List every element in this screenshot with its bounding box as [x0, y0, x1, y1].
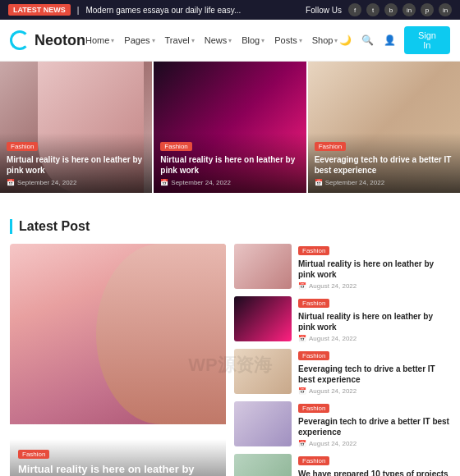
hero-title: Eeveraging tech to drive a better IT bes… — [315, 154, 453, 176]
side-title: Eeveraging tech to drive a better IT bes… — [298, 364, 450, 385]
chevron-down-icon: ▾ — [299, 37, 302, 44]
calendar-icon: 📅 — [298, 335, 306, 342]
category-badge: Fashion — [298, 299, 329, 308]
follow-label: Follow Us — [306, 6, 342, 15]
search-icon[interactable]: 🔍 — [360, 32, 375, 48]
ticker-badge: LATEST NEWS — [8, 4, 71, 16]
side-thumbnail — [234, 401, 292, 446]
side-title: Nirtual reality is here on leather by pi… — [298, 311, 450, 332]
calendar-icon: 📅 — [315, 179, 323, 186]
user-icon[interactable]: 👤 — [382, 32, 398, 48]
side-date: 📅 August 24, 2022 — [298, 440, 450, 447]
latest-grid: Fashion Mirtual reality is here on leath… — [10, 244, 450, 476]
nav-home[interactable]: Home ▾ — [85, 35, 114, 45]
site-header: Neoton Home ▾ Pages ▾ Travel ▾ News ▾ Bl… — [0, 20, 460, 62]
ticker-separator: | — [77, 6, 80, 15]
nav-shop[interactable]: Shop ▾ — [312, 35, 338, 45]
side-date: 📅 August 24, 2022 — [298, 335, 450, 342]
side-date: 📅 August 24, 2022 — [298, 387, 450, 395]
calendar-icon: 📅 — [7, 179, 15, 186]
nav-pages[interactable]: Pages ▾ — [124, 35, 154, 45]
pinterest-icon[interactable]: p — [421, 3, 434, 16]
hero-card-3[interactable]: Fashion Eeveraging tech to drive a bette… — [308, 62, 460, 193]
hero-card-1[interactable]: Fashion Mirtual reality is here on leath… — [0, 62, 152, 193]
calendar-icon: 📅 — [298, 440, 306, 447]
twitter-icon[interactable]: t — [366, 3, 380, 16]
news-ticker: LATEST NEWS | Modern games essaya our da… — [0, 0, 460, 20]
latest-post-section: Latest Post Fashion Mirtual reality is h… — [0, 209, 460, 476]
chevron-down-icon: ▾ — [261, 37, 264, 44]
featured-title: Mirtual reality is here on leather by pi… — [18, 462, 218, 476]
nav-posts[interactable]: Posts ▾ — [274, 35, 302, 45]
calendar-icon: 📅 — [298, 282, 306, 290]
logo-icon — [10, 30, 30, 50]
dark-mode-icon[interactable]: 🌙 — [338, 32, 353, 48]
ticker-text: Modern games essaya our daily life easy.… — [85, 6, 241, 15]
hero-date: 📅 September 24, 2022 — [160, 179, 299, 186]
list-item[interactable]: Fashion We have prepared 10 types of pro… — [234, 454, 450, 476]
side-title: Mirtual reality is here on leather by pi… — [298, 259, 450, 280]
hero-date: 📅 September 24, 2022 — [7, 179, 145, 186]
category-badge: Fashion — [18, 450, 49, 459]
calendar-icon: 📅 — [298, 387, 306, 395]
site-logo[interactable]: Neoton — [10, 30, 85, 50]
nav-blog[interactable]: Blog ▾ — [242, 35, 264, 45]
list-item[interactable]: Fashion Peveragin tech to drive a better… — [234, 401, 450, 447]
category-badge: Fashion — [298, 351, 329, 360]
category-badge: Fashion — [298, 246, 329, 255]
category-badge: Fashion — [298, 456, 329, 465]
blogger-icon[interactable]: b — [384, 3, 398, 16]
nav-travel[interactable]: Travel ▾ — [165, 35, 195, 45]
hero-date: 📅 September 24, 2022 — [315, 179, 453, 186]
side-list: Fashion Mirtual reality is here on leath… — [234, 244, 450, 476]
hero-card-2[interactable]: Fashion Nirtual reality is here on leath… — [154, 62, 306, 193]
chevron-down-icon: ▾ — [228, 37, 232, 44]
side-thumbnail — [234, 296, 292, 341]
hero-grid: Fashion Mirtual reality is here on leath… — [0, 62, 460, 193]
side-title: Peveragin tech to drive a better IT best… — [298, 416, 450, 437]
category-badge: Fashion — [7, 142, 38, 151]
hero-title: Nirtual reality is here on leather by pi… — [160, 154, 299, 176]
linkedin-icon[interactable]: in — [402, 3, 416, 16]
chevron-down-icon: ▾ — [152, 37, 155, 44]
category-badge: Fashion — [298, 404, 329, 413]
main-nav: Home ▾ Pages ▾ Travel ▾ News ▾ Blog ▾ Po… — [85, 35, 338, 45]
side-thumbnail — [234, 454, 292, 476]
header-actions: 🌙 🔍 👤 Sign In — [338, 26, 450, 54]
side-thumbnail — [234, 244, 292, 289]
sign-in-button[interactable]: Sign In — [404, 26, 450, 54]
side-title: We have prepared 10 types of projects wi… — [298, 469, 450, 476]
calendar-icon: 📅 — [160, 179, 168, 186]
facebook-icon[interactable]: f — [348, 3, 361, 16]
chevron-down-icon: ▾ — [111, 37, 114, 44]
list-item[interactable]: Fashion Nirtual reality is here on leath… — [234, 296, 450, 342]
chevron-down-icon: ▾ — [191, 37, 195, 44]
side-date: 📅 August 24, 2022 — [298, 282, 450, 290]
list-item[interactable]: Fashion Eeveraging tech to drive a bette… — [234, 349, 450, 395]
logo-text: Neoton — [34, 32, 85, 49]
category-badge: Fashion — [315, 142, 346, 151]
section-title: Latest Post — [10, 219, 450, 234]
side-thumbnail — [234, 349, 292, 394]
hero-title: Mirtual reality is here on leather by pi… — [7, 154, 145, 176]
category-badge: Fashion — [160, 142, 191, 151]
social-icons: f t b in p in — [348, 3, 452, 16]
nav-news[interactable]: News ▾ — [205, 35, 232, 45]
list-item[interactable]: Fashion Mirtual reality is here on leath… — [234, 244, 450, 290]
featured-post[interactable]: Fashion Mirtual reality is here on leath… — [10, 244, 226, 476]
instagram-icon[interactable]: in — [439, 3, 452, 16]
